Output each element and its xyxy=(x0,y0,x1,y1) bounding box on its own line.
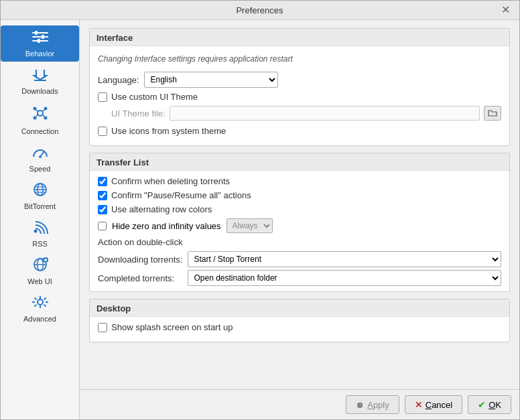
system-icons-label[interactable]: Use icons from system theme xyxy=(111,126,226,136)
custom-theme-row: Use custom UI Theme xyxy=(98,92,501,102)
desktop-section-body: Show splash screen on start up xyxy=(90,317,509,342)
sidebar-item-speed[interactable]: Speed xyxy=(1,141,79,177)
main-content: Behavior Downloads xyxy=(1,20,519,419)
sidebar-downloads-label: Downloads xyxy=(21,87,58,95)
ok-label: OK xyxy=(489,400,501,410)
svg-rect-4 xyxy=(42,35,44,39)
desktop-section-title: Desktop xyxy=(90,299,509,317)
alternating-rows-checkbox[interactable] xyxy=(98,205,107,214)
svg-line-13 xyxy=(42,110,44,112)
language-select[interactable]: English French German Spanish xyxy=(144,72,278,88)
transfer-list-title: Transfer List xyxy=(90,153,509,171)
cancel-button[interactable]: ✕ Cancel xyxy=(405,395,462,414)
double-click-label: Action on double-click xyxy=(98,237,501,247)
sidebar-item-connection[interactable]: Connection xyxy=(1,100,79,139)
theme-file-browse-button[interactable] xyxy=(484,106,501,121)
scrollable-content: Interface Changing Interface settings re… xyxy=(80,20,519,389)
preferences-window: Preferences ✕ Behavior xyxy=(0,0,520,420)
interface-section-body: Changing Interface settings requires app… xyxy=(90,46,509,145)
ok-button[interactable]: ✔ OK xyxy=(468,395,511,414)
cancel-icon: ✕ xyxy=(415,399,423,410)
downloading-torrents-select[interactable]: Start / Stop Torrent Open destination fo… xyxy=(188,251,501,267)
content-area: Interface Changing Interface settings re… xyxy=(80,20,519,419)
splash-screen-label[interactable]: Show splash screen on start up xyxy=(111,322,233,332)
splash-screen-checkbox[interactable] xyxy=(98,323,107,332)
completed-torrents-label: Completed torrents: xyxy=(98,273,182,283)
confirm-pause-checkbox[interactable] xyxy=(98,191,107,200)
alternating-rows-row: Use alternating row colors xyxy=(98,204,501,214)
sidebar: Behavior Downloads xyxy=(1,20,80,419)
advanced-icon xyxy=(31,295,50,313)
double-click-section: Action on double-click Downloading torre… xyxy=(98,237,501,286)
transfer-list-body: Confirm when deleting torrents Confirm "… xyxy=(90,171,509,291)
svg-point-17 xyxy=(39,155,42,158)
rss-icon xyxy=(31,220,50,238)
downloads-icon xyxy=(31,67,50,86)
theme-file-label: UI Theme file: xyxy=(111,109,166,119)
confirm-pause-label[interactable]: Confirm "Pause/Resume all" actions xyxy=(111,190,251,200)
bittorrent-icon xyxy=(31,182,50,201)
sidebar-advanced-label: Advanced xyxy=(23,315,56,323)
svg-rect-1 xyxy=(32,36,48,38)
sidebar-item-bittorrent[interactable]: BitTorrent xyxy=(1,178,79,214)
hide-zero-row: Hide zero and infinity values Always Nev… xyxy=(98,218,501,233)
hide-zero-checkbox[interactable] xyxy=(98,222,107,230)
sidebar-connection-label: Connection xyxy=(21,127,59,135)
apply-label: Apply xyxy=(367,400,389,410)
svg-line-15 xyxy=(42,115,44,117)
svg-point-23 xyxy=(34,230,37,233)
connection-icon xyxy=(31,104,50,126)
svg-point-30 xyxy=(38,299,43,305)
completed-torrents-select[interactable]: Open destination folder Start / Stop Tor… xyxy=(188,270,501,286)
speed-icon xyxy=(31,145,50,163)
apply-icon: ⏺ xyxy=(356,400,365,410)
theme-file-input[interactable] xyxy=(170,106,480,121)
svg-rect-0 xyxy=(32,32,48,33)
sidebar-item-rss[interactable]: RSS xyxy=(1,216,79,252)
confirm-delete-label[interactable]: Confirm when deleting torrents xyxy=(111,176,230,186)
theme-file-row: UI Theme file: xyxy=(98,106,501,121)
hide-zero-select[interactable]: Always Never xyxy=(226,218,273,233)
behavior-icon xyxy=(31,29,50,48)
interface-section-title: Interface xyxy=(90,29,509,46)
svg-rect-3 xyxy=(35,31,38,35)
ok-icon: ✔ xyxy=(478,399,486,410)
downloading-torrents-label: Downloading torrents: xyxy=(98,255,182,265)
footer: ⏺ Apply ✕ Cancel ✔ OK xyxy=(80,389,519,419)
confirm-delete-checkbox[interactable] xyxy=(98,177,107,186)
cancel-label: Cancel xyxy=(426,400,452,410)
system-icons-checkbox[interactable] xyxy=(98,127,107,136)
sidebar-item-advanced[interactable]: Advanced xyxy=(1,291,79,327)
sidebar-bittorrent-label: BitTorrent xyxy=(24,202,56,210)
language-row: Language: English French German Spanish xyxy=(98,72,501,88)
confirm-pause-row: Confirm "Pause/Resume all" actions xyxy=(98,190,501,200)
svg-rect-5 xyxy=(38,39,40,43)
splash-screen-row: Show splash screen on start up xyxy=(98,322,501,332)
sidebar-speed-label: Speed xyxy=(29,165,51,173)
sidebar-item-behavior[interactable]: Behavior xyxy=(1,25,79,62)
hide-zero-label[interactable]: Hide zero and infinity values xyxy=(112,221,221,231)
custom-theme-checkbox[interactable] xyxy=(98,92,107,102)
double-click-grid: Downloading torrents: Start / Stop Torre… xyxy=(98,251,501,286)
custom-theme-label[interactable]: Use custom UI Theme xyxy=(111,92,198,102)
sidebar-rss-label: RSS xyxy=(32,240,48,248)
close-button[interactable]: ✕ xyxy=(499,5,513,15)
alternating-rows-label[interactable]: Use alternating row colors xyxy=(111,204,212,214)
interface-section: Interface Changing Interface settings re… xyxy=(89,28,510,146)
sidebar-item-webui[interactable]: Web UI xyxy=(1,253,79,289)
apply-button[interactable]: ⏺ Apply xyxy=(346,395,399,414)
sidebar-behavior-label: Behavior xyxy=(25,50,54,58)
svg-point-7 xyxy=(38,111,43,116)
confirm-delete-row: Confirm when deleting torrents xyxy=(98,176,501,186)
svg-line-12 xyxy=(36,110,38,112)
webui-icon xyxy=(31,257,50,276)
sidebar-webui-label: Web UI xyxy=(27,277,52,285)
transfer-list-section: Transfer List Confirm when deleting torr… xyxy=(89,153,510,292)
title-bar: Preferences ✕ xyxy=(1,1,519,20)
system-icons-row: Use icons from system theme xyxy=(98,126,501,136)
window-title: Preferences xyxy=(21,5,499,15)
sidebar-item-downloads[interactable]: Downloads xyxy=(1,63,79,99)
desktop-section: Desktop Show splash screen on start up xyxy=(89,299,510,342)
svg-line-14 xyxy=(36,115,38,117)
language-label: Language: xyxy=(98,75,139,85)
